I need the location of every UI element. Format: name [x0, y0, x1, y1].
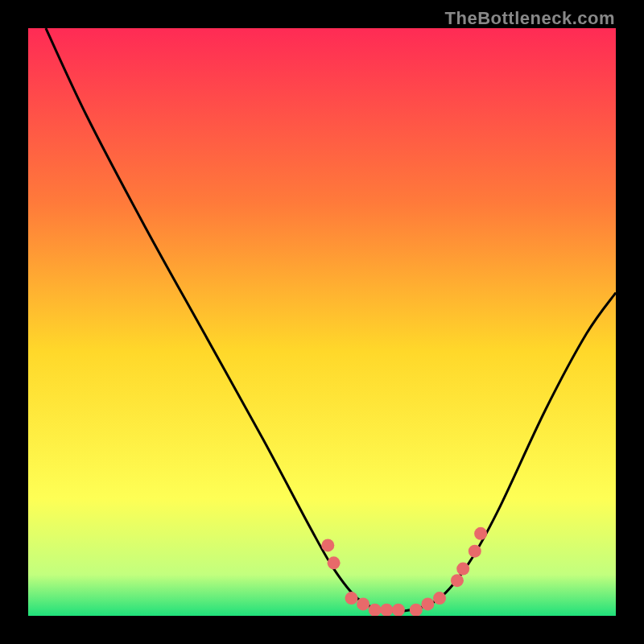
- gradient-bg: [28, 28, 616, 616]
- marker-dot: [357, 597, 369, 610]
- chart-svg: [28, 28, 616, 616]
- marker-dot: [410, 604, 423, 616]
- marker-dot: [380, 604, 393, 616]
- marker-dot: [345, 592, 358, 605]
- watermark-text: TheBottleneck.com: [445, 8, 615, 29]
- chart-container: TheBottleneck.com: [0, 0, 644, 644]
- marker-dot: [433, 592, 446, 605]
- plot-area: [28, 28, 616, 616]
- marker-dot: [321, 539, 334, 551]
- marker-dot: [474, 527, 487, 540]
- marker-dot: [421, 597, 434, 610]
- marker-dot: [451, 574, 464, 587]
- marker-dot: [469, 545, 481, 558]
- marker-dot: [328, 556, 341, 569]
- marker-dot: [369, 604, 382, 616]
- marker-dot: [456, 563, 469, 576]
- marker-dot: [392, 604, 405, 616]
